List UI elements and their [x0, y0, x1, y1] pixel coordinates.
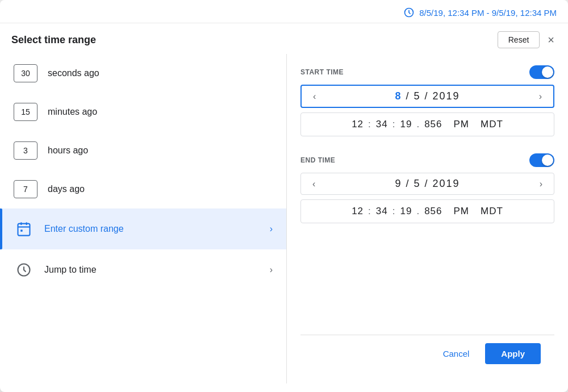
svg-rect-1 — [18, 224, 30, 236]
footer: Cancel Apply — [300, 335, 554, 372]
start-time-toggle-track — [529, 65, 554, 79]
start-month: 8 — [395, 90, 402, 102]
start-time-row: 12 : 34 : 19 . 856 PM MDT — [300, 112, 554, 136]
end-day: 5 — [414, 178, 420, 189]
end-date-next[interactable]: › — [535, 179, 547, 189]
jump-to-chevron: › — [270, 265, 273, 275]
timestamp-display: 8/5/19, 12:34 PM - 9/5/19, 12:34 PM — [403, 7, 557, 18]
end-hour: 12 — [352, 206, 364, 217]
time-range-dialog: 8/5/19, 12:34 PM - 9/5/19, 12:34 PM Sele… — [0, 0, 568, 392]
start-date-prev[interactable]: ‹ — [308, 91, 320, 102]
custom-range-item[interactable]: Enter custom range › — [0, 208, 286, 249]
header-actions: Reset × — [498, 31, 557, 48]
start-second: 19 — [400, 119, 412, 130]
end-date-prev[interactable]: ‹ — [308, 179, 320, 189]
clock-icon — [403, 7, 415, 18]
end-ampm: PM — [454, 206, 470, 217]
start-day: 5 — [414, 90, 420, 102]
end-minute: 34 — [376, 206, 388, 217]
start-sep2: / — [425, 90, 433, 102]
start-time-label: START TIME — [300, 68, 344, 76]
end-sep2: / — [425, 178, 433, 189]
preset-label-30s: seconds ago — [48, 68, 99, 78]
custom-range-label: Enter custom range — [44, 224, 260, 234]
jump-clock-icon — [14, 260, 34, 280]
start-year: 2019 — [433, 90, 460, 102]
start-ampm: PM — [454, 119, 470, 130]
start-minute: 34 — [376, 119, 388, 130]
start-sep1: / — [406, 90, 414, 102]
preset-badge-7d: 7 — [14, 180, 37, 198]
timestamp-text: 8/5/19, 12:34 PM - 9/5/19, 12:34 PM — [419, 8, 557, 18]
preset-label-15m: minutes ago — [48, 107, 97, 117]
preset-badge-3h: 3 — [14, 141, 37, 160]
preset-label-3h: hours ago — [48, 145, 88, 156]
preset-15m[interactable]: 15 minutes ago — [0, 93, 286, 131]
cancel-button[interactable]: Cancel — [434, 343, 479, 364]
left-panel: 30 seconds ago 15 minutes ago 3 hours ag… — [0, 54, 287, 383]
start-time-toggle[interactable] — [529, 65, 554, 79]
end-second: 19 — [400, 206, 412, 217]
header-row: Select time range Reset × — [0, 23, 568, 54]
main-content: 30 seconds ago 15 minutes ago 3 hours ag… — [0, 54, 568, 383]
close-button[interactable]: × — [545, 32, 557, 48]
calendar-icon — [14, 219, 34, 239]
preset-3h[interactable]: 3 hours ago — [0, 131, 286, 170]
start-date-next[interactable]: › — [534, 91, 546, 102]
start-time-header: START TIME — [300, 65, 554, 79]
end-date-picker[interactable]: ‹ 9 / 5 / 2019 › — [300, 173, 554, 195]
preset-badge-15m: 15 — [14, 103, 37, 121]
start-hour: 12 — [352, 119, 364, 130]
end-time-header: END TIME — [300, 153, 554, 167]
end-time-toggle-thumb — [542, 155, 553, 166]
end-month: 9 — [395, 178, 402, 189]
end-time-section: END TIME ‹ 9 / 5 / — [300, 153, 554, 223]
reset-button[interactable]: Reset — [498, 31, 540, 48]
end-time-toggle[interactable] — [529, 153, 554, 167]
end-time-label: END TIME — [300, 156, 335, 164]
preset-label-7d: days ago — [48, 184, 85, 194]
top-bar: 8/5/19, 12:34 PM - 9/5/19, 12:34 PM — [0, 0, 568, 23]
svg-rect-5 — [20, 230, 23, 232]
end-sep1: / — [406, 178, 414, 189]
apply-button[interactable]: Apply — [485, 343, 541, 364]
preset-badge-30s: 30 — [14, 64, 37, 82]
custom-range-chevron: › — [270, 224, 273, 234]
end-time-toggle-track — [529, 153, 554, 167]
start-time-section: START TIME ‹ 8 / 5 / — [300, 65, 554, 136]
end-time-row: 12 : 34 : 19 . 856 PM MDT — [300, 199, 554, 223]
right-panel: START TIME ‹ 8 / 5 / — [287, 54, 568, 383]
end-date-display: 9 / 5 / 2019 — [320, 178, 534, 190]
start-time-toggle-thumb — [542, 66, 553, 78]
preset-7d[interactable]: 7 days ago — [0, 170, 286, 208]
end-ms: 856 — [424, 206, 442, 217]
jump-to-time-item[interactable]: Jump to time › — [0, 249, 286, 290]
dialog-title: Select time range — [11, 34, 96, 46]
start-date-display: 8 / 5 / 2019 — [320, 90, 534, 102]
preset-30s[interactable]: 30 seconds ago — [0, 54, 286, 93]
jump-to-label: Jump to time — [44, 265, 260, 275]
start-tz: MDT — [481, 119, 503, 130]
end-tz: MDT — [481, 206, 503, 217]
start-date-picker[interactable]: ‹ 8 / 5 / 2019 › — [300, 85, 554, 108]
end-year: 2019 — [433, 178, 460, 189]
start-ms: 856 — [424, 119, 442, 130]
